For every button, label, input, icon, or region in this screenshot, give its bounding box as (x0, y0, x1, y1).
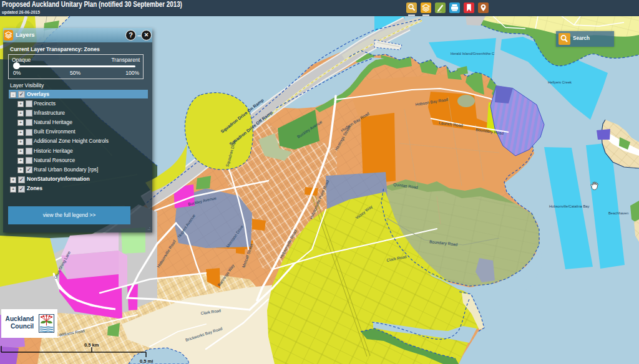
svg-text:Hellyers Creek: Hellyers Creek (548, 80, 572, 84)
svg-text:Hobsonville/Catalina Bay: Hobsonville/Catalina Bay (549, 204, 590, 208)
svg-text:0.5 km: 0.5 km (84, 342, 99, 348)
svg-text:0.5 mi: 0.5 mi (140, 358, 153, 364)
svg-text:Herald Island/Greenhithe C: Herald Island/Greenhithe C (451, 52, 494, 55)
svg-text:Beachhaven: Beachhaven (608, 211, 628, 215)
